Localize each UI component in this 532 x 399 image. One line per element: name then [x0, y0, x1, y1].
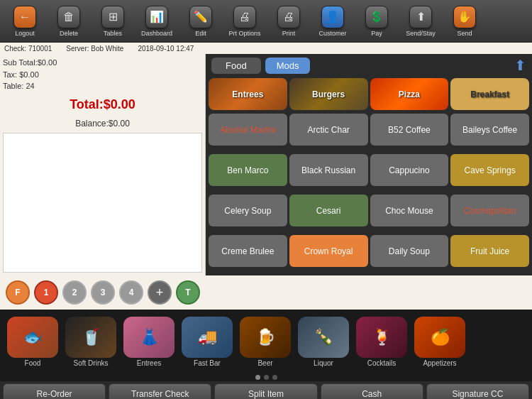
menu-grid: Absolut MartiniArctic CharB52 CoffeeBail…: [206, 111, 532, 275]
burgers-label: Burgers: [289, 78, 368, 110]
category-row: Entrees Burgers Pizza Breakfast: [206, 77, 532, 111]
menu-item-baileys-coffee[interactable]: Baileys Coffee: [450, 114, 529, 146]
thumb-label-2: Entrees: [137, 359, 161, 367]
thumb-image-3: 🚚: [182, 317, 233, 358]
menu-item-fruit-juice[interactable]: Fruit Juice: [450, 235, 529, 267]
pizza-label: Pizza: [370, 78, 449, 110]
thumb-label-3: Fast Bar: [194, 359, 221, 367]
receipt-info: Sub Total:$0.00 Tax: $0.00 Table: 24 Tot…: [3, 57, 202, 130]
thumb-image-5: 🍾: [298, 317, 349, 358]
bottom-btn-re-order[interactable]: Re-Order: [3, 383, 106, 399]
pay-button[interactable]: 💲 Pay: [355, 2, 399, 40]
upload-icon[interactable]: ⬆: [514, 57, 526, 74]
menu-item-creme-brulee[interactable]: Creme Brulee: [209, 235, 287, 267]
send-stay-button[interactable]: ⬆ Send/Stay: [399, 2, 443, 40]
menu-item-arctic-char[interactable]: Arctic Char: [289, 114, 368, 146]
food-tab[interactable]: Food: [211, 58, 261, 74]
guest-1[interactable]: 1: [34, 280, 58, 305]
dot-1: [255, 375, 260, 380]
check-number: Check: 710001: [4, 45, 52, 53]
thumb-cocktails[interactable]: 🍹Cocktails: [355, 317, 409, 367]
breakfast-label: Breakfast: [450, 78, 529, 110]
menu-item-celery-soup[interactable]: Celery Soup: [209, 195, 287, 226]
right-panel: Food Mods ⬆ Entrees Burgers Pizza Breakf…: [206, 54, 532, 275]
delete-button[interactable]: 🗑 Delete: [47, 2, 91, 40]
guest-2[interactable]: 2: [62, 280, 87, 305]
thumb-image-6: 🍹: [356, 317, 407, 358]
dashboard-button[interactable]: 📊 Dashboard: [135, 2, 179, 40]
receipt-area: [3, 133, 202, 273]
dot-3: [272, 375, 277, 380]
date-time: 2018-09-10 12:47: [138, 45, 194, 53]
thumb-appetizers[interactable]: 🍊Appetizers: [413, 317, 467, 367]
tables-button[interactable]: ⊞ Tables: [91, 2, 135, 40]
mods-tab[interactable]: Mods: [265, 58, 311, 74]
menu-item-ben-marco[interactable]: Ben Marco: [209, 154, 287, 186]
menu-item-b52-coffee[interactable]: B52 Coffee: [370, 114, 449, 146]
bottom-btn-split-item[interactable]: Split Item: [214, 383, 317, 399]
menu-item-cesari[interactable]: Cesari: [289, 195, 368, 226]
total-amount: Total:$0.00: [3, 95, 202, 114]
menu-item-absolut-martini[interactable]: Absolut Martini: [209, 114, 287, 146]
logout-button[interactable]: ← Logout: [3, 2, 47, 40]
pagination-dots: [0, 373, 532, 381]
category-entrees[interactable]: Entrees: [209, 78, 287, 110]
bottom-btn-cash[interactable]: Cash: [321, 383, 423, 399]
send-button[interactable]: ✋ Send: [443, 2, 487, 40]
thumb-label-1: Soft Drinks: [74, 359, 109, 367]
sub-total: Sub Total:$0.00: [3, 57, 202, 69]
entrees-label: Entrees: [209, 78, 287, 110]
bottom-btn-signature-cc[interactable]: Signature CC: [426, 383, 529, 399]
category-burgers[interactable]: Burgers: [289, 78, 368, 110]
menu-item-crown-royal[interactable]: Crown Royal: [289, 235, 368, 267]
thumb-label-6: Cocktails: [367, 359, 397, 367]
menu-item-black-russian[interactable]: Black Russian: [289, 154, 368, 186]
add-guest-button[interactable]: +: [148, 280, 172, 305]
balance: Balance:$0.00: [3, 117, 202, 130]
category-pizza[interactable]: Pizza: [370, 78, 449, 110]
thumb-label-4: Beer: [257, 359, 272, 367]
guest-3[interactable]: 3: [91, 280, 115, 305]
bottom-btn-transfer-check[interactable]: Transfer Check: [109, 383, 211, 399]
guest-f[interactable]: F: [6, 280, 30, 305]
main-layout: Sub Total:$0.00 Tax: $0.00 Table: 24 Tot…: [0, 54, 532, 275]
print-button[interactable]: 🖨 Print: [267, 2, 311, 40]
status-bar: Check: 710001 Server: Bob White 2018-09-…: [0, 43, 532, 54]
table: Table: 24: [3, 80, 202, 92]
dot-2: [264, 375, 269, 380]
thumb-beer[interactable]: 🍺Beer: [238, 317, 292, 367]
menu-item-daily-soup[interactable]: Daily Soup: [370, 235, 449, 267]
menu-item-choc-mouse[interactable]: Choc Mouse: [370, 195, 449, 226]
server-name: Server: Bob White: [66, 45, 123, 53]
thumb-image-0: 🐟: [7, 317, 58, 358]
thumb-image-7: 🍊: [414, 317, 465, 358]
thumb-label-7: Appetizers: [423, 359, 456, 367]
left-panel: Sub Total:$0.00 Tax: $0.00 Table: 24 Tot…: [0, 54, 206, 275]
bottom-buttons: Re-OrderTransfer CheckSplit ItemCashSign…: [0, 381, 532, 399]
prt-options-button[interactable]: 🖨 Prt Options: [223, 2, 267, 40]
thumb-label-0: Food: [25, 359, 41, 367]
thumb-liquor[interactable]: 🍾Liquor: [297, 317, 350, 367]
thumb-entrees[interactable]: 👗Entrees: [122, 317, 176, 367]
tax: Tax: $0.00: [3, 69, 202, 81]
menu-item-cave-springs[interactable]: Cave Springs: [450, 154, 529, 186]
thumb-image-4: 🍺: [240, 317, 291, 358]
guest-4[interactable]: 4: [119, 280, 143, 305]
guest-t[interactable]: T: [176, 280, 200, 305]
menu-item-cosmopolitan[interactable]: Cosmopolitan: [450, 195, 529, 226]
category-breakfast[interactable]: Breakfast: [450, 78, 529, 110]
thumb-soft-drinks[interactable]: 🥤Soft Drinks: [64, 317, 118, 367]
thumb-image-1: 🥤: [65, 317, 116, 358]
thumb-label-5: Liquor: [314, 359, 333, 367]
menu-item-cappucino[interactable]: Cappucino: [370, 154, 449, 186]
toolbar: ← Logout 🗑 Delete ⊞ Tables 📊 Dashboard ✏…: [0, 0, 532, 43]
customer-button[interactable]: 👤 Customer: [311, 2, 355, 40]
food-mods-tabs: Food Mods ⬆: [206, 54, 532, 77]
thumb-food[interactable]: 🐟Food: [6, 317, 60, 367]
thumbnails-row: 🐟Food🥤Soft Drinks👗Entrees🚚Fast Bar🍺Beer🍾…: [0, 310, 532, 373]
edit-button[interactable]: ✏️ Edit: [179, 2, 223, 40]
thumb-image-2: 👗: [123, 317, 174, 358]
thumb-fast-bar[interactable]: 🚚Fast Bar: [180, 317, 234, 367]
guest-row: F1234+T: [0, 275, 532, 310]
